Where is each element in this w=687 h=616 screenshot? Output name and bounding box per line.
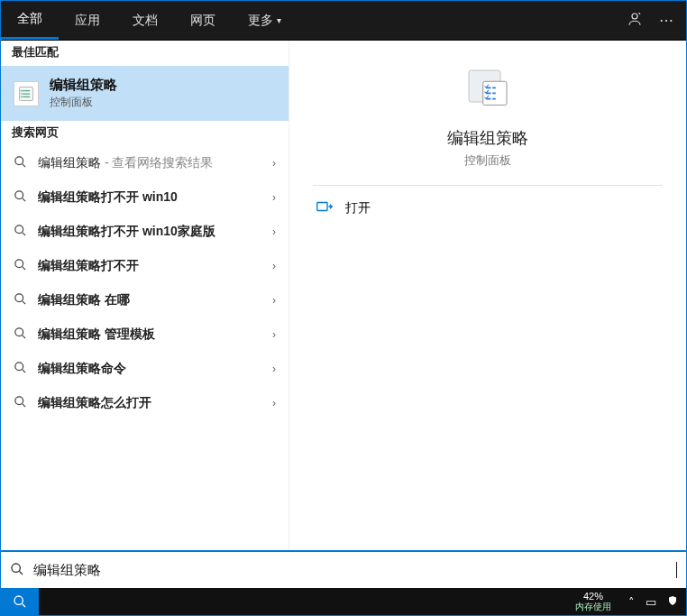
open-label: 打开 (345, 200, 371, 216)
chevron-right-icon: › (265, 328, 276, 341)
search-input-row[interactable] (1, 550, 686, 588)
svg-point-5 (15, 157, 23, 165)
search-icon (14, 292, 27, 308)
chevron-down-icon: ▾ (277, 15, 281, 25)
tab-more[interactable]: 更多 ▾ (232, 1, 298, 40)
search-icon (10, 562, 24, 579)
gpedit-icon (14, 81, 39, 106)
search-tabbar: 全部 应用 文档 网页 更多 ▾ ⋯ (1, 1, 686, 41)
search-icon (14, 224, 27, 240)
svg-point-8 (15, 260, 23, 268)
web-result-row[interactable]: 编辑组策略 管理模板› (1, 317, 289, 352)
search-input[interactable] (33, 563, 677, 578)
taskbar: 42% 内存使用 ˄ ▭ (1, 588, 686, 615)
result-text: 编辑组策略 在哪 (38, 292, 130, 308)
best-match-item[interactable]: 编辑组策略 控制面板 (1, 66, 289, 121)
web-result-row[interactable]: 编辑组策略 - 查看网络搜索结果› (1, 146, 289, 180)
chevron-right-icon: › (265, 397, 276, 409)
memory-usage-indicator[interactable]: 42% 内存使用 (566, 592, 620, 611)
web-result-row[interactable]: 编辑组策略打不开 win10› (1, 180, 289, 215)
svg-point-12 (15, 397, 23, 405)
web-result-row[interactable]: 编辑组策略命令› (1, 352, 289, 386)
search-icon (14, 326, 27, 343)
tab-apps[interactable]: 应用 (59, 1, 116, 40)
svg-point-10 (15, 328, 23, 336)
web-result-row[interactable]: 编辑组策略 在哪› (1, 283, 289, 317)
chevron-right-icon: › (265, 191, 276, 204)
svg-point-16 (12, 564, 20, 572)
svg-point-2 (21, 89, 23, 91)
chevron-right-icon: › (265, 157, 276, 170)
search-icon (14, 395, 27, 411)
search-icon (14, 258, 27, 274)
search-web-header: 搜索网页 (1, 121, 289, 146)
web-result-row[interactable]: 编辑组策略怎么打开› (1, 386, 289, 420)
preview-sub: 控制面板 (464, 152, 511, 169)
svg-rect-15 (317, 203, 327, 211)
best-match-title: 编辑组策略 (50, 77, 117, 94)
tab-docs[interactable]: 文档 (116, 1, 174, 40)
tray-chevron-icon[interactable]: ˄ (626, 595, 637, 609)
svg-point-3 (21, 93, 23, 95)
search-icon (14, 361, 27, 377)
chevron-right-icon: › (265, 225, 276, 238)
result-text: 编辑组策略打不开 (38, 258, 139, 274)
chevron-right-icon: › (265, 260, 276, 272)
web-result-row[interactable]: 编辑组策略打不开› (1, 249, 289, 283)
svg-point-9 (15, 294, 23, 302)
open-action[interactable]: 打开 (289, 191, 686, 225)
svg-point-0 (632, 14, 637, 19)
svg-point-7 (15, 225, 23, 234)
svg-point-11 (15, 363, 23, 371)
svg-point-6 (15, 191, 23, 199)
divider (313, 185, 662, 186)
tray-network-icon[interactable]: ▭ (643, 595, 659, 609)
text-caret (676, 562, 677, 578)
tab-web[interactable]: 网页 (174, 1, 232, 40)
result-text: 编辑组策略怎么打开 (38, 395, 151, 411)
tab-all[interactable]: 全部 (1, 1, 59, 40)
svg-point-4 (21, 96, 23, 97)
taskbar-search-button[interactable] (1, 588, 39, 615)
result-text: 编辑组策略 管理模板 (38, 326, 155, 343)
result-text: 编辑组策略命令 (38, 361, 126, 377)
best-match-sub: 控制面板 (50, 95, 117, 110)
results-panel: 最佳匹配 编辑组策略 控制面板 搜索网页 编辑组策略 - 查看网络搜索结果›编辑… (1, 41, 289, 550)
result-text: 编辑组策略 - 查看网络搜索结果 (38, 155, 213, 171)
more-options-icon[interactable]: ⋯ (659, 12, 673, 29)
result-text: 编辑组策略打不开 win10家庭版 (38, 224, 215, 240)
chevron-right-icon: › (265, 363, 276, 375)
open-icon (316, 200, 333, 216)
best-match-header: 最佳匹配 (1, 41, 289, 66)
svg-point-17 (14, 596, 23, 604)
search-icon (14, 189, 27, 206)
feedback-icon[interactable] (627, 11, 643, 31)
preview-title: 编辑组策略 (447, 127, 528, 149)
tray-security-icon[interactable] (664, 595, 681, 609)
preview-panel: 编辑组策略 控制面板 打开 (289, 41, 686, 550)
content-area: 最佳匹配 编辑组策略 控制面板 搜索网页 编辑组策略 - 查看网络搜索结果›编辑… (1, 41, 686, 550)
chevron-right-icon: › (265, 294, 276, 307)
search-window: 全部 应用 文档 网页 更多 ▾ ⋯ 最佳匹配 编 (0, 0, 687, 616)
search-icon (14, 155, 27, 171)
web-result-row[interactable]: 编辑组策略打不开 win10家庭版› (1, 215, 289, 249)
result-text: 编辑组策略打不开 win10 (38, 189, 178, 206)
preview-gpedit-icon (463, 64, 513, 115)
